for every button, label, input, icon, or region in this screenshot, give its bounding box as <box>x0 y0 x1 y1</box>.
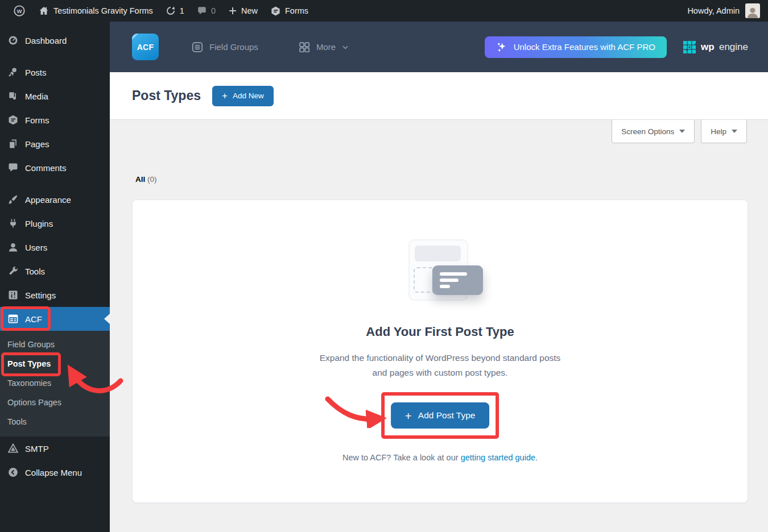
sidebar-item-users[interactable]: Users <box>0 235 110 259</box>
screen-options-tab[interactable]: Screen Options <box>612 120 695 143</box>
comment-bubble-icon <box>7 162 19 173</box>
acf-submenu: Field Groups Post Types Taxonomies Optio… <box>0 331 110 437</box>
acf-nav-more-label: More <box>316 42 336 52</box>
help-tab[interactable]: Help <box>701 120 747 143</box>
sidebar-item-comments[interactable]: Comments <box>0 156 110 180</box>
admin-bar: W Testimonials Gravity Forms 1 0 New For… <box>0 0 768 22</box>
submenu-item-field-groups[interactable]: Field Groups <box>0 335 110 354</box>
acf-nav-field-groups[interactable]: Field Groups <box>191 41 258 53</box>
empty-state-description: Expand the functionality of WordPress be… <box>133 351 748 380</box>
sidebar-item-label: ACF <box>25 314 42 324</box>
sidebar-item-pages[interactable]: Pages <box>0 132 110 156</box>
forms-menu[interactable]: Forms <box>264 0 315 22</box>
page-header: Post Types + Add New <box>110 72 768 120</box>
acf-logo-text: ACF <box>137 43 154 52</box>
updates-count: 1 <box>180 6 184 15</box>
submenu-item-label: Options Pages <box>7 398 61 407</box>
submenu-item-post-types[interactable]: Post Types <box>0 354 110 373</box>
sidebar-item-media[interactable]: Media <box>0 84 110 108</box>
empty-state-card: Add Your First Post Type Expand the func… <box>132 200 748 503</box>
filter-all-label: All <box>135 175 145 184</box>
sidebar-item-posts[interactable]: Posts <box>0 60 110 84</box>
wordpress-logo-icon: W <box>13 5 26 17</box>
wpengine-grid-icon <box>683 40 696 54</box>
menu-separator <box>0 52 110 60</box>
sidebar-item-label: Media <box>25 92 48 101</box>
help-label: Help <box>711 127 726 136</box>
sidebar-item-dashboard[interactable]: Dashboard <box>0 28 110 52</box>
sidebar-item-forms[interactable]: Forms <box>0 108 110 132</box>
media-icon <box>7 90 19 102</box>
acf-nav-field-groups-label: Field Groups <box>209 42 258 52</box>
unlock-acf-pro-button[interactable]: Unlock Extra Features with ACF PRO <box>485 36 667 58</box>
new-menu[interactable]: New <box>222 0 264 22</box>
acf-table-icon <box>7 313 19 325</box>
new-label: New <box>241 6 258 15</box>
sidebar-item-plugins[interactable]: Plugins <box>0 211 110 235</box>
submenu-item-label: Taxonomies <box>7 379 51 388</box>
acf-logo[interactable]: ACF <box>132 34 159 60</box>
sidebar-item-label: Comments <box>25 163 67 173</box>
sidebar-item-settings[interactable]: Settings <box>0 283 110 307</box>
comments-count: 0 <box>211 6 216 15</box>
updates-indicator[interactable]: 1 <box>159 0 191 22</box>
sidebar-item-label: Posts <box>25 68 47 77</box>
list-filter-all[interactable]: All (0) <box>135 175 157 184</box>
submenu-item-label: Field Groups <box>7 340 55 349</box>
annotation-box-add-post-type: + Add Post Type <box>381 392 499 439</box>
person-icon <box>7 242 19 253</box>
plus-icon: + <box>222 91 228 101</box>
sidebar-item-tools[interactable]: Tools <box>0 259 110 283</box>
footer-text: . <box>535 453 538 462</box>
plug-icon <box>7 218 19 229</box>
avatar-silhouette-icon <box>746 6 759 18</box>
sidebar-item-collapse-menu[interactable]: Collapse Menu <box>0 460 110 484</box>
chevron-down-icon <box>341 43 349 51</box>
submenu-item-label: Post Types <box>7 359 51 368</box>
add-new-label: Add New <box>233 92 264 100</box>
update-icon <box>166 6 176 16</box>
unlock-acf-pro-label: Unlock Extra Features with ACF PRO <box>514 42 655 52</box>
acf-nav-more[interactable]: More <box>298 41 349 53</box>
settings-sliders-icon <box>7 289 19 301</box>
filter-all-count: (0) <box>147 175 157 184</box>
wpengine-wp-text: wp <box>701 41 715 53</box>
sidebar-item-label: Tools <box>25 267 45 276</box>
empty-state-footer: New to ACF? Take a look at our getting s… <box>133 453 748 462</box>
user-avatar[interactable] <box>745 3 760 18</box>
submenu-item-tools[interactable]: Tools <box>0 412 110 431</box>
sidebar-item-label: Plugins <box>25 219 53 228</box>
comments-indicator[interactable]: 0 <box>191 0 222 22</box>
sidebar-item-label: SMTP <box>25 444 49 454</box>
sidebar-item-smtp[interactable]: SMTP <box>0 437 110 460</box>
howdy-greeting[interactable]: Howdy, Admin <box>687 6 740 15</box>
plus-icon <box>228 6 237 15</box>
sparkle-icon <box>496 41 507 53</box>
sidebar-item-label: Settings <box>25 290 56 300</box>
plus-icon: + <box>405 410 412 422</box>
sidebar-item-appearance[interactable]: Appearance <box>0 188 110 211</box>
wpengine-logo[interactable]: wp engine <box>683 40 748 54</box>
getting-started-guide-link[interactable]: getting started guide <box>461 453 535 462</box>
sidebar-item-acf[interactable]: ACF <box>0 307 110 331</box>
sidebar-item-label: Dashboard <box>25 36 67 45</box>
site-menu[interactable]: Testimonials Gravity Forms <box>32 0 159 22</box>
add-post-type-button[interactable]: + Add Post Type <box>391 402 490 429</box>
pushpin-icon <box>7 66 19 78</box>
add-new-button[interactable]: + Add New <box>212 86 274 106</box>
submenu-item-options-pages[interactable]: Options Pages <box>0 393 110 412</box>
illustration-header-bar <box>415 246 461 261</box>
add-post-type-label: Add Post Type <box>418 410 476 421</box>
illustration-text-line <box>440 272 467 276</box>
sidebar-item-label: Users <box>25 243 47 252</box>
page-title: Post Types <box>132 88 201 103</box>
home-icon <box>38 5 49 16</box>
dashboard-gauge-icon <box>7 35 19 46</box>
wordpress-logo[interactable]: W <box>7 0 32 22</box>
wrench-icon <box>7 265 19 277</box>
submenu-item-taxonomies[interactable]: Taxonomies <box>0 373 110 393</box>
sidebar-item-label: Pages <box>25 139 49 149</box>
forms-label: Forms <box>285 6 308 15</box>
paintbrush-icon <box>7 194 19 205</box>
comments-bubble-icon <box>197 6 207 16</box>
